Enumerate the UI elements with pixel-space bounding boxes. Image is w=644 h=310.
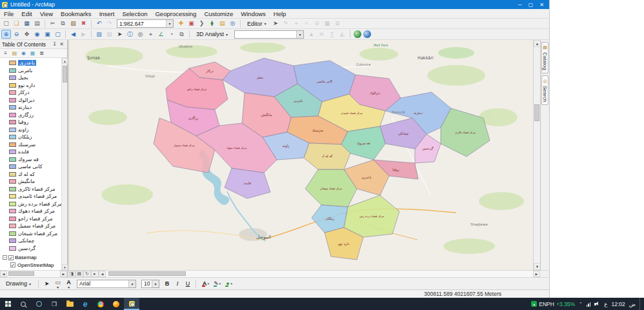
go-to-xy-icon[interactable]: ⌖ bbox=[146, 30, 156, 39]
full-extent-icon[interactable]: ◉ bbox=[32, 30, 42, 39]
menu-item-file[interactable]: File bbox=[0, 9, 17, 18]
copy-icon[interactable]: ⧉ bbox=[58, 19, 68, 28]
close-button[interactable]: ✕ bbox=[536, 1, 547, 9]
scroll-left-icon[interactable]: ◀ bbox=[99, 271, 106, 277]
toc-osm-layer[interactable]: ✓ OpenStreetMap bbox=[1, 262, 61, 269]
select-elements-icon[interactable]: ➤ bbox=[42, 279, 52, 288]
network-icon[interactable] bbox=[587, 302, 591, 307]
print-icon[interactable]: ▤ bbox=[32, 19, 42, 28]
toc-layer-item[interactable]: زيلكان bbox=[1, 133, 61, 141]
show-desktop-button[interactable] bbox=[639, 298, 641, 310]
map-horizontal-scrollbar[interactable]: ◨ ▤ ↻ ▸ ◀ ▶ bbox=[68, 271, 540, 277]
italic-button[interactable]: I bbox=[173, 279, 182, 288]
toc-layer-item[interactable]: ديرالوك bbox=[1, 97, 61, 104]
toc-layer-item[interactable]: مركز قضاء برده رش bbox=[1, 200, 61, 208]
scale-combo[interactable]: 1:982.647 ▾ bbox=[117, 19, 174, 28]
pause-drawing-button[interactable]: ▸ bbox=[91, 271, 99, 277]
toc-horizontal-scrollbar[interactable]: ◀ ▶ bbox=[0, 271, 68, 277]
osm-checkbox[interactable]: ✓ bbox=[10, 262, 15, 267]
maximize-button[interactable]: ▢ bbox=[525, 1, 536, 9]
firefox-button[interactable] bbox=[108, 298, 124, 310]
menu-item-bookmarks[interactable]: Bookmarks bbox=[57, 9, 96, 18]
search-window-icon[interactable]: ◎ bbox=[228, 19, 237, 28]
scroll-left-icon[interactable]: ◀ bbox=[0, 271, 7, 277]
toc-layer-item[interactable]: بامرنى bbox=[1, 67, 61, 75]
toc-basemap-group[interactable]: − ✓ Basemap bbox=[1, 254, 61, 262]
back-extent-icon[interactable]: ◀ bbox=[68, 30, 78, 39]
toc-layer-item[interactable]: بجيل bbox=[1, 74, 61, 82]
arcglobe-icon[interactable] bbox=[354, 30, 361, 38]
keyboard-layout-indicator[interactable]: ض bbox=[629, 301, 636, 307]
list-by-drawing-order-icon[interactable]: ≡ bbox=[1, 50, 10, 57]
taskbar-clock[interactable]: 12:02 bbox=[611, 301, 625, 307]
toc-layer-item[interactable]: مركز قضاء سميل bbox=[1, 222, 61, 230]
scroll-up-icon[interactable]: ▲ bbox=[534, 40, 540, 47]
data-view-button[interactable]: ◨ bbox=[68, 271, 75, 277]
scrollbar-thumb[interactable] bbox=[8, 271, 34, 276]
open-folder-icon[interactable]: ❏ bbox=[12, 19, 21, 28]
minimize-button[interactable]: ─ bbox=[514, 1, 525, 9]
chevron-down-icon[interactable]: ▾ bbox=[152, 280, 159, 287]
chevron-down-icon[interactable]: ▾ bbox=[296, 31, 303, 38]
toc-layer-item[interactable]: فايده bbox=[1, 148, 61, 156]
scroll-right-icon[interactable]: ▶ bbox=[533, 271, 540, 277]
identify-icon[interactable]: ⓘ bbox=[125, 30, 135, 39]
font-size-combo[interactable]: 10 ▾ bbox=[141, 280, 159, 288]
file-explorer-button[interactable] bbox=[62, 298, 77, 310]
refresh-view-button[interactable]: ↻ bbox=[83, 271, 91, 277]
toc-layer-item[interactable]: سرسنك bbox=[1, 141, 61, 149]
bold-button[interactable]: B bbox=[163, 279, 172, 288]
menu-item-view[interactable]: View bbox=[36, 9, 57, 18]
select-elements-icon[interactable]: ➤ bbox=[115, 30, 125, 39]
toc-layer-item[interactable]: مركز قضاء دهوك bbox=[1, 208, 61, 215]
arccatalog-icon[interactable]: ▤ bbox=[217, 19, 227, 28]
menu-item-selection[interactable]: Selection bbox=[118, 9, 151, 18]
taskbar-search-button[interactable] bbox=[15, 298, 31, 310]
list-by-selection-icon[interactable]: ▦ bbox=[28, 50, 37, 57]
arctoolbox-icon[interactable]: ▣ bbox=[186, 19, 196, 28]
toc-layer-item[interactable]: دينارته bbox=[1, 104, 61, 111]
toc-layer-item[interactable]: داره توو bbox=[1, 82, 61, 90]
toc-layer-item[interactable]: مانگيش bbox=[1, 178, 61, 186]
map-canvas[interactable]: مركز قضاء زاخودركاررزگارىبجيلكانى ماسىبا… bbox=[69, 40, 540, 270]
delete-icon[interactable]: ✖ bbox=[79, 19, 88, 28]
volume-icon[interactable] bbox=[594, 301, 600, 307]
language-indicator[interactable]: ع bbox=[604, 301, 607, 307]
font-color-button[interactable]: A▾ bbox=[199, 279, 210, 288]
menu-item-customize[interactable]: Customize bbox=[200, 9, 237, 18]
3d-analyst-menu-button[interactable]: 3D Analyst ▾ bbox=[192, 30, 232, 39]
text-tool-icon[interactable]: A▾ bbox=[64, 279, 74, 288]
scroll-down-icon[interactable]: ▼ bbox=[62, 264, 68, 270]
drawing-menu-button[interactable]: Drawing ▾ bbox=[2, 279, 35, 288]
toc-layer-item[interactable]: روڤيا bbox=[1, 119, 61, 126]
save-icon[interactable]: ▦ bbox=[22, 19, 32, 28]
hidden-icons-chevron-icon[interactable]: ⌃ bbox=[579, 302, 583, 307]
stock-widget[interactable]: ▲ ENPH +3.35% bbox=[531, 301, 575, 307]
toc-layer-item[interactable]: مركز قضاء شيخان bbox=[1, 230, 61, 238]
pan-icon[interactable]: ✥ bbox=[22, 30, 32, 39]
chrome-button[interactable] bbox=[93, 298, 108, 310]
toc-layer-item[interactable]: مركز قضاء ئاميدى bbox=[1, 193, 61, 200]
viewer-window-icon[interactable]: ⧉ bbox=[177, 30, 186, 39]
tab-catalog[interactable]: ▤Catalog bbox=[541, 42, 548, 73]
toc-layer-item[interactable]: كه له ك bbox=[1, 171, 61, 179]
edge-button[interactable]: e bbox=[77, 298, 93, 310]
scroll-up-icon[interactable]: ▲ bbox=[62, 58, 68, 64]
line-color-button[interactable]: ✎▾ bbox=[211, 279, 221, 288]
zoom-in-icon[interactable]: ⊕ bbox=[1, 30, 11, 39]
analyst-layer-combo[interactable]: ▾ bbox=[234, 30, 304, 39]
list-by-source-icon[interactable]: ▤ bbox=[10, 50, 19, 57]
toc-layer-item[interactable]: رزگارى bbox=[1, 111, 61, 119]
marker-color-button[interactable]: ●▾ bbox=[223, 279, 233, 288]
toc-layer-item[interactable]: دركار bbox=[1, 89, 61, 97]
layout-view-button[interactable]: ▤ bbox=[75, 271, 83, 277]
cut-icon[interactable]: ✂ bbox=[48, 19, 57, 28]
menu-item-insert[interactable]: Insert bbox=[96, 9, 119, 18]
chevron-down-icon[interactable]: ▾ bbox=[166, 20, 173, 27]
start-button[interactable] bbox=[0, 298, 15, 310]
toc-layer-item[interactable]: گردسين bbox=[1, 245, 61, 253]
scroll-right-icon[interactable]: ▶ bbox=[60, 271, 67, 277]
cortana-button[interactable] bbox=[31, 298, 46, 310]
time-slider-icon[interactable]: ◔ bbox=[166, 30, 176, 39]
add-data-icon[interactable]: ✚ bbox=[176, 19, 186, 28]
